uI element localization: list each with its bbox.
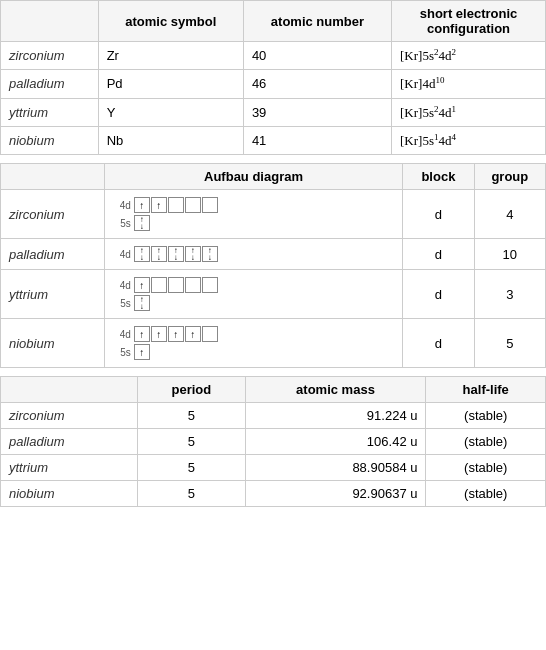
col-header-aufbau: Aufbau diagram <box>104 164 402 190</box>
element-name: niobium <box>1 126 99 154</box>
col-header-block: block <box>403 164 474 190</box>
aufbau-cell: 4d ↑ ↑ 5s ↑↓ <box>104 190 402 239</box>
mass-cell: 91.224 u <box>245 403 426 429</box>
number-cell: 46 <box>243 70 391 98</box>
col-header-name <box>1 164 105 190</box>
config-cell: [Kr]5s14d4 <box>392 126 546 154</box>
table-row: palladium Pd 46 [Kr]4d10 <box>1 70 546 98</box>
table-row: zirconium Zr 40 [Kr]5s24d2 <box>1 42 546 70</box>
element-name: yttrium <box>1 455 138 481</box>
group-cell: 10 <box>474 239 545 270</box>
element-name: palladium <box>1 429 138 455</box>
aufbau-cell: 4d ↑ ↑ ↑ ↑ 5s ↑ <box>104 319 402 368</box>
halflife-cell: (stable) <box>426 481 546 507</box>
element-name: zirconium <box>1 42 99 70</box>
table-row: zirconium 4d ↑ ↑ 5s <box>1 190 546 239</box>
symbol-cell: Pd <box>98 70 243 98</box>
element-name: niobium <box>1 319 105 368</box>
element-name: yttrium <box>1 98 99 126</box>
symbol-cell: Zr <box>98 42 243 70</box>
group-cell: 5 <box>474 319 545 368</box>
mass-cell: 106.42 u <box>245 429 426 455</box>
col-header-number: atomic number <box>243 1 391 42</box>
table-row: niobium 5 92.90637 u (stable) <box>1 481 546 507</box>
config-cell: [Kr]5s24d1 <box>392 98 546 126</box>
col-header-symbol: atomic symbol <box>98 1 243 42</box>
table-row: palladium 4d ↑↓ ↑↓ ↑↓ ↑↓ ↑↓ d <box>1 239 546 270</box>
block-cell: d <box>403 319 474 368</box>
element-name: niobium <box>1 481 138 507</box>
group-cell: 3 <box>474 270 545 319</box>
mass-cell: 88.90584 u <box>245 455 426 481</box>
col-header-name <box>1 1 99 42</box>
table-row: palladium 5 106.42 u (stable) <box>1 429 546 455</box>
number-cell: 41 <box>243 126 391 154</box>
period-cell: 5 <box>138 429 245 455</box>
element-name: zirconium <box>1 403 138 429</box>
group-cell: 4 <box>474 190 545 239</box>
table-row: zirconium 5 91.224 u (stable) <box>1 403 546 429</box>
table-row: yttrium 5 88.90584 u (stable) <box>1 455 546 481</box>
col-header-mass: atomic mass <box>245 377 426 403</box>
number-cell: 40 <box>243 42 391 70</box>
col-header-halflife: half-life <box>426 377 546 403</box>
element-name: palladium <box>1 239 105 270</box>
col-header-period: period <box>138 377 245 403</box>
table-row: yttrium 4d ↑ 5s <box>1 270 546 319</box>
aufbau-cell: 4d ↑ 5s ↑↓ <box>104 270 402 319</box>
col-header-name <box>1 377 138 403</box>
table-row: niobium 4d ↑ ↑ ↑ ↑ 5s <box>1 319 546 368</box>
halflife-cell: (stable) <box>426 455 546 481</box>
block-cell: d <box>403 270 474 319</box>
symbol-cell: Y <box>98 98 243 126</box>
element-name: zirconium <box>1 190 105 239</box>
block-cell: d <box>403 190 474 239</box>
number-cell: 39 <box>243 98 391 126</box>
mass-cell: 92.90637 u <box>245 481 426 507</box>
table-row: yttrium Y 39 [Kr]5s24d1 <box>1 98 546 126</box>
halflife-cell: (stable) <box>426 403 546 429</box>
table-row: niobium Nb 41 [Kr]5s14d4 <box>1 126 546 154</box>
col-header-config: short electronicconfiguration <box>392 1 546 42</box>
element-name: yttrium <box>1 270 105 319</box>
period-cell: 5 <box>138 481 245 507</box>
config-cell: [Kr]4d10 <box>392 70 546 98</box>
period-cell: 5 <box>138 455 245 481</box>
block-cell: d <box>403 239 474 270</box>
table-2: Aufbau diagram block group zirconium 4d … <box>0 163 546 368</box>
col-header-group: group <box>474 164 545 190</box>
halflife-cell: (stable) <box>426 429 546 455</box>
config-cell: [Kr]5s24d2 <box>392 42 546 70</box>
element-name: palladium <box>1 70 99 98</box>
table-3: period atomic mass half-life zirconium 5… <box>0 376 546 507</box>
symbol-cell: Nb <box>98 126 243 154</box>
aufbau-cell: 4d ↑↓ ↑↓ ↑↓ ↑↓ ↑↓ <box>104 239 402 270</box>
period-cell: 5 <box>138 403 245 429</box>
table-1: atomic symbol atomic number short electr… <box>0 0 546 155</box>
